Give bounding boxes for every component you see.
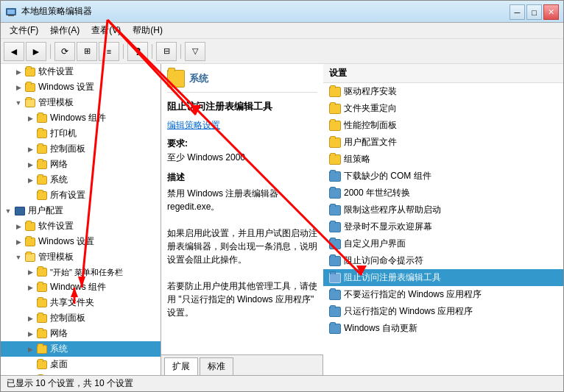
right-item-10[interactable]: 阻止访问命令提示符 xyxy=(323,252,563,269)
right-item-label: 用户配置文件 xyxy=(344,136,397,149)
toolbar-separator-1 xyxy=(50,44,51,59)
right-item-label: 限制这些程序从帮助启动 xyxy=(344,204,441,216)
help-button[interactable]: ? xyxy=(127,42,148,61)
right-item-6[interactable]: 2000 年世纪转换 xyxy=(323,185,563,202)
folder-icon xyxy=(36,113,48,124)
minimize-button[interactable]: ─ xyxy=(510,4,525,20)
folder-icon xyxy=(36,329,48,339)
right-item-policy-icon xyxy=(329,205,341,215)
right-item-policy-icon xyxy=(329,290,341,300)
right-item-label: 下载缺少的 COM 组件 xyxy=(344,170,431,182)
tab-bar: 扩展 标准 xyxy=(161,354,322,375)
tree-item-wincomp2[interactable]: ▶ Windows 组件 xyxy=(1,279,161,295)
toolbar-separator-3 xyxy=(152,44,152,59)
panel-header-folder-icon xyxy=(167,70,185,88)
export-button[interactable]: ⊟ xyxy=(156,42,177,61)
tree-item-control1[interactable]: ▶ 控制面板 xyxy=(1,141,161,157)
menubar: 文件(F) 操作(A) 查看(V) 帮助(H) xyxy=(1,23,563,39)
tree-item-all1[interactable]: 所有设置 xyxy=(1,188,161,203)
refresh-button[interactable]: ⟳ xyxy=(54,42,75,61)
right-item-9[interactable]: 自定义用户界面 xyxy=(323,235,563,252)
menu-help[interactable]: 帮助(H) xyxy=(127,23,169,38)
tree-label: 控制面板 xyxy=(50,312,85,324)
right-item-policy-icon xyxy=(329,273,341,283)
back-button[interactable]: ◄ xyxy=(4,42,24,61)
right-item-folder-icon xyxy=(329,154,341,165)
folder-icon xyxy=(36,175,48,185)
right-item-policy-icon xyxy=(329,222,341,232)
tree-item-ruanjian2[interactable]: ▶ 软件设置 xyxy=(1,218,161,234)
toolbar: ◄ ► ⟳ ⊞ ≡ ? ⊟ ▽ xyxy=(1,39,563,64)
right-item-policy-icon xyxy=(329,171,341,182)
right-item-policy-icon xyxy=(329,239,341,249)
right-item-label: 阻止访问注册表编辑工具 xyxy=(344,271,441,284)
tree-item-yonghu[interactable]: ▼ 用户配置 xyxy=(1,203,161,218)
middle-panel-wrapper: 系统 阻止访问注册表编辑工具 编辑策略设置 要求: 至少 Windows 200… xyxy=(161,64,323,375)
right-item-12[interactable]: 不要运行指定的 Windows 应用程序 xyxy=(323,286,563,303)
tree-item-system1[interactable]: ▶ 系统 xyxy=(1,172,161,188)
menu-view[interactable]: 查看(V) xyxy=(85,23,127,38)
right-item-label: 性能控制面板 xyxy=(344,119,397,132)
right-item-policy-icon xyxy=(329,307,341,317)
tree-item-start[interactable]: ▶ "开始" 菜单和任务栏 xyxy=(1,265,161,279)
toolbar-separator-4 xyxy=(180,44,181,59)
right-item-7[interactable]: 限制这些程序从帮助启动 xyxy=(323,202,563,218)
tree-label: 网络 xyxy=(50,158,68,171)
right-item-label: 登录时不显示欢迎屏幕 xyxy=(344,221,432,233)
statusbar: 已显示 10 个设置，共 10 个设置 xyxy=(1,375,563,391)
right-item-5[interactable]: 下载缺少的 COM 组件 xyxy=(323,168,563,185)
expand-icon: ▶ xyxy=(24,113,36,124)
edit-policy-link[interactable]: 编辑策略设置 xyxy=(167,120,220,130)
right-item-3[interactable]: 用户配置文件 xyxy=(323,134,563,151)
tree-item-wincomp1[interactable]: ▶ Windows 组件 xyxy=(1,110,161,126)
right-item-2[interactable]: 性能控制面板 xyxy=(323,117,563,134)
folder-icon xyxy=(36,344,48,354)
right-item-label: 只运行指定的 Windows 应用程序 xyxy=(344,305,473,318)
menu-file[interactable]: 文件(F) xyxy=(4,23,44,38)
tree-item-guanli1[interactable]: ▼ 管理模板 xyxy=(1,95,161,110)
right-item-4[interactable]: 组策略 xyxy=(323,151,563,168)
forward-button[interactable]: ► xyxy=(26,42,46,61)
right-item-14[interactable]: Windows 自动更新 xyxy=(323,320,563,337)
description-label: 描述 xyxy=(167,171,317,184)
tree-item-guanli2[interactable]: ▼ 管理模板 xyxy=(1,249,161,265)
titlebar: 本地组策略编辑器 ─ □ ✕ xyxy=(1,1,563,23)
tab-standard[interactable]: 标准 xyxy=(200,357,233,375)
maximize-button[interactable]: □ xyxy=(526,4,542,20)
right-item-label: Windows 自动更新 xyxy=(344,322,417,335)
right-item-1[interactable]: 文件夹重定向 xyxy=(323,100,563,117)
filter-button[interactable]: ▽ xyxy=(185,42,205,61)
right-item-8[interactable]: 登录时不显示欢迎屏幕 xyxy=(323,218,563,235)
tree-item-network1[interactable]: ▶ 网络 xyxy=(1,157,161,172)
tree-label: 用户配置 xyxy=(28,204,63,217)
right-item-label: 2000 年世纪转换 xyxy=(344,187,410,199)
tree-label: 管理模板 xyxy=(38,96,74,109)
tree-item-printer[interactable]: 打印机 xyxy=(1,126,161,141)
expand-icon: ▶ xyxy=(24,343,36,355)
grid-button[interactable]: ⊞ xyxy=(77,42,97,61)
close-button[interactable]: ✕ xyxy=(543,4,559,20)
tree-item-control2[interactable]: ▶ 控制面板 xyxy=(1,310,161,326)
tree-item-desktop[interactable]: 桌面 xyxy=(1,357,161,372)
tree-item-share[interactable]: 共享文件夹 xyxy=(1,295,161,310)
right-item-label: 不要运行指定的 Windows 应用程序 xyxy=(344,288,482,301)
tree-item-network2[interactable]: ▶ 网络 xyxy=(1,326,161,341)
right-item-label: 组策略 xyxy=(344,153,370,165)
tree-item-ruanjian1[interactable]: ▶ 软件设置 xyxy=(1,64,161,79)
main-window: 本地组策略编辑器 ─ □ ✕ 文件(F) 操作(A) 查看(V) 帮助(H) ◄… xyxy=(0,0,564,392)
panel-header-title: 系统 xyxy=(189,72,208,85)
folder-icon xyxy=(24,221,36,232)
tree-label: 控制面板 xyxy=(50,143,85,155)
right-item-13[interactable]: 只运行指定的 Windows 应用程序 xyxy=(323,303,563,320)
tree-item-windows1[interactable]: ▶ Windows 设置 xyxy=(1,79,161,95)
tree-item-system2[interactable]: ▶ 系统 xyxy=(1,341,161,357)
menu-action[interactable]: 操作(A) xyxy=(44,23,85,38)
expand-icon: ▼ xyxy=(2,205,14,217)
list-button[interactable]: ≡ xyxy=(99,42,119,61)
tab-extended[interactable]: 扩展 xyxy=(164,357,198,375)
tree-item-windows2[interactable]: ▶ Windows 设置 xyxy=(1,234,161,249)
folder-icon xyxy=(36,129,48,139)
right-item-11[interactable]: 阻止访问注册表编辑工具 xyxy=(323,269,563,286)
right-item-0[interactable]: 驱动程序安装 xyxy=(323,83,563,100)
tree-label: 桌面 xyxy=(50,358,68,371)
